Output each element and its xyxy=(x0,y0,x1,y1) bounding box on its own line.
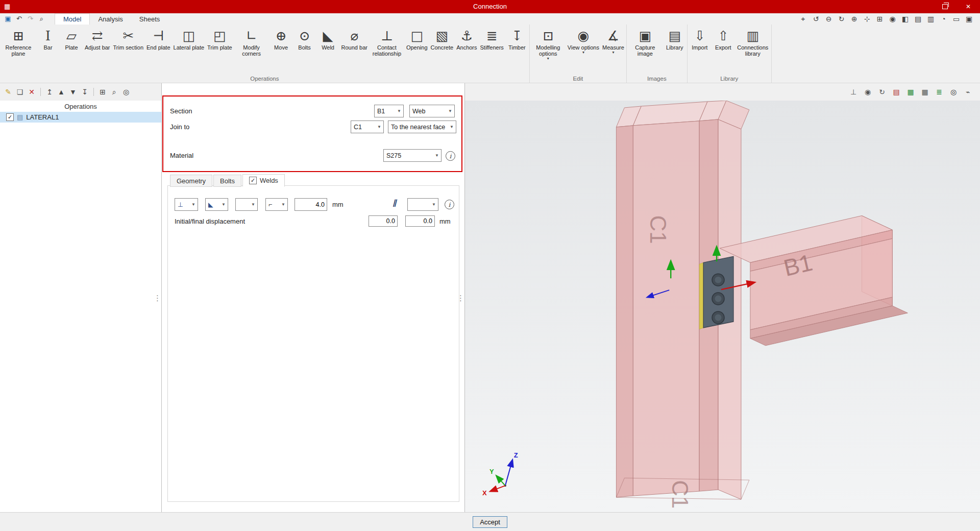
section-part-combo[interactable]: Web xyxy=(409,105,455,117)
tab-bolts[interactable]: Bolts xyxy=(213,175,241,187)
material-info-icon[interactable] xyxy=(446,151,455,161)
search-button[interactable]: ⌕ xyxy=(37,14,46,24)
weld-edge-combo[interactable] xyxy=(235,198,258,211)
ribbon-adjust-bar-button[interactable]: ⇄Adjust bar xyxy=(83,25,112,51)
close-button[interactable]: ✕ xyxy=(957,0,980,13)
zoom-extents-icon[interactable]: ⊞ xyxy=(875,14,885,24)
viewport-3d[interactable]: C1 C1 B1 xyxy=(465,101,980,512)
zoom-window-icon[interactable]: ⊕ xyxy=(849,14,859,24)
ribbon-export-button[interactable]: ⇧Export xyxy=(712,25,735,51)
move-bottom-icon[interactable]: ↧ xyxy=(80,86,90,98)
ribbon-capture-image-button[interactable]: ▣Capture image xyxy=(627,25,663,57)
lateral-plate[interactable] xyxy=(699,256,733,329)
comment-panel-icon[interactable]: ▭ xyxy=(951,14,961,24)
ribbon-reference-plane-button[interactable]: ⊞Reference plane xyxy=(1,25,36,57)
weld-symbol-combo[interactable]: ⌐ xyxy=(265,198,288,211)
refresh-view-icon[interactable]: ↻ xyxy=(837,14,846,24)
operation-item-lateral1[interactable]: ▤LATERAL1 xyxy=(0,112,161,123)
plugin-icon[interactable]: ⌁ xyxy=(963,86,973,98)
layout-panel-icon[interactable]: ▣ xyxy=(964,14,974,24)
ribbon-timber-button[interactable]: ↧Timber xyxy=(505,25,529,51)
find-icon[interactable]: ⌕ xyxy=(109,86,119,98)
ribbon-tabs: ModelAnalysisSheets xyxy=(55,13,168,25)
ribbon-library-button[interactable]: ▤Library xyxy=(663,25,687,51)
previous-view-icon[interactable]: ◉ xyxy=(888,14,897,24)
view-visibility-icon[interactable]: ◉ xyxy=(863,86,873,98)
ribbon-weld-button[interactable]: ◣Weld xyxy=(316,25,340,51)
move-up-icon[interactable]: ▲ xyxy=(56,86,66,98)
weld-continuity-icon[interactable]: ∥ xyxy=(393,198,397,207)
displacement-end-input[interactable] xyxy=(405,215,435,227)
chart-panel-icon[interactable]: ▥ xyxy=(926,14,936,24)
ribbon-bolts-button[interactable]: ⊙Bolts xyxy=(293,25,316,51)
move-down-icon[interactable]: ▼ xyxy=(68,86,78,98)
ribbon-bar-button[interactable]: IBar xyxy=(36,25,60,51)
tab-sheets[interactable]: Sheets xyxy=(131,13,168,25)
ribbon-opening-button[interactable]: □Opening xyxy=(405,25,429,51)
report-icon[interactable]: ▤ xyxy=(891,86,901,98)
ribbon-trim-section-button[interactable]: ✂Trim section xyxy=(112,25,145,51)
grid-icon[interactable]: ▦ xyxy=(905,86,916,98)
splitter-handle[interactable]: ⋮ xyxy=(154,295,161,302)
list-panel-icon[interactable]: ▤ xyxy=(913,14,923,24)
restore-button[interactable] xyxy=(933,0,957,13)
undo-button[interactable]: ↶ xyxy=(14,14,24,24)
bolts[interactable] xyxy=(712,274,724,324)
ribbon-modify-corners-button[interactable]: ∟Modify corners xyxy=(234,25,270,57)
pan-icon[interactable]: ⊹ xyxy=(862,14,872,24)
table-icon[interactable]: ▦ xyxy=(920,86,930,98)
ribbon-end-plate-button[interactable]: ⊣End plate xyxy=(145,25,172,51)
orbit-icon[interactable]: ↺ xyxy=(811,14,821,24)
app-icon: ▦ xyxy=(4,0,10,13)
move-top-icon[interactable]: ↥ xyxy=(44,86,55,98)
ribbon-plate-button[interactable]: ▱Plate xyxy=(60,25,83,51)
tab-analysis[interactable]: Analysis xyxy=(90,13,131,25)
join-member-combo[interactable]: C1 xyxy=(351,120,384,133)
ribbon-round-bar-button[interactable]: ⌀Round bar xyxy=(340,25,369,51)
select-magnify-icon[interactable]: ⌖ xyxy=(798,14,808,24)
accept-button[interactable]: Accept xyxy=(473,516,507,528)
target-icon[interactable]: ◎ xyxy=(121,86,131,98)
operation-checkbox[interactable] xyxy=(6,113,14,121)
ribbon-stiffeners-button[interactable]: ≣Stiffeners xyxy=(479,25,505,51)
ribbon-move-button[interactable]: ⊕Move xyxy=(270,25,293,51)
split-view-icon[interactable]: ◧ xyxy=(900,14,910,24)
weld-info-icon[interactable] xyxy=(445,200,454,209)
ribbon-concrete-button[interactable]: ▧Concrete xyxy=(429,25,455,51)
history-panel-icon[interactable]: ◔ xyxy=(939,14,948,24)
local-axes-icon[interactable]: ⊥ xyxy=(848,86,859,98)
orbit-axes-icon[interactable]: ↻ xyxy=(877,86,887,98)
ribbon-group-label: Images xyxy=(627,75,687,83)
copy-operation-icon[interactable]: ❏ xyxy=(15,86,25,98)
section-member-combo[interactable]: B1 xyxy=(374,105,404,117)
welds-checkbox[interactable] xyxy=(249,177,257,184)
splitter-handle[interactable]: ⋮ xyxy=(457,295,464,302)
ribbon-lateral-plate-button[interactable]: ◫Lateral plate xyxy=(172,25,206,51)
weld-side-combo[interactable]: ◣ xyxy=(205,198,228,211)
material-combo[interactable]: S275 xyxy=(383,149,442,162)
edit-operation-icon[interactable]: ✎ xyxy=(3,86,13,98)
ribbon-modelling-options-button[interactable]: ⊡Modelling options▾ xyxy=(530,25,566,61)
save-button[interactable]: ▣ xyxy=(3,14,13,24)
weld-continuity-combo[interactable] xyxy=(407,198,438,211)
zoom-out-icon[interactable]: ⊖ xyxy=(824,14,834,24)
ribbon-import-button[interactable]: ⇩Import xyxy=(688,25,712,51)
ribbon-anchors-button[interactable]: ⚓Anchors xyxy=(455,25,478,51)
redo-button[interactable]: ↷ xyxy=(26,14,35,24)
displacement-start-input[interactable] xyxy=(369,215,398,227)
group-tree-icon[interactable]: ⊞ xyxy=(97,86,108,98)
ribbon-measure-button[interactable]: ∡Measure▾ xyxy=(601,25,626,55)
tab-geometry[interactable]: Geometry xyxy=(170,175,212,187)
ribbon-connections-library-button[interactable]: ▥Connections library xyxy=(735,25,771,57)
ribbon-view-options-button[interactable]: ◉View options▾ xyxy=(566,25,601,55)
weld-size-input[interactable] xyxy=(295,198,327,211)
layers-icon[interactable]: ≣ xyxy=(934,86,944,98)
ribbon-trim-plate-button[interactable]: ◰Trim plate xyxy=(206,25,234,51)
delete-operation-icon[interactable]: ✕ xyxy=(27,86,37,98)
join-mode-combo[interactable]: To the nearest face xyxy=(388,120,456,133)
ribbon-contact-relationship-button[interactable]: ⊥Contact relationship xyxy=(369,25,405,57)
tab-model[interactable]: Model xyxy=(55,13,90,25)
weld-type-combo[interactable]: ⊥ xyxy=(175,198,198,211)
hide-icon[interactable]: ◎ xyxy=(948,86,959,98)
tab-welds[interactable]: Welds xyxy=(242,174,285,187)
